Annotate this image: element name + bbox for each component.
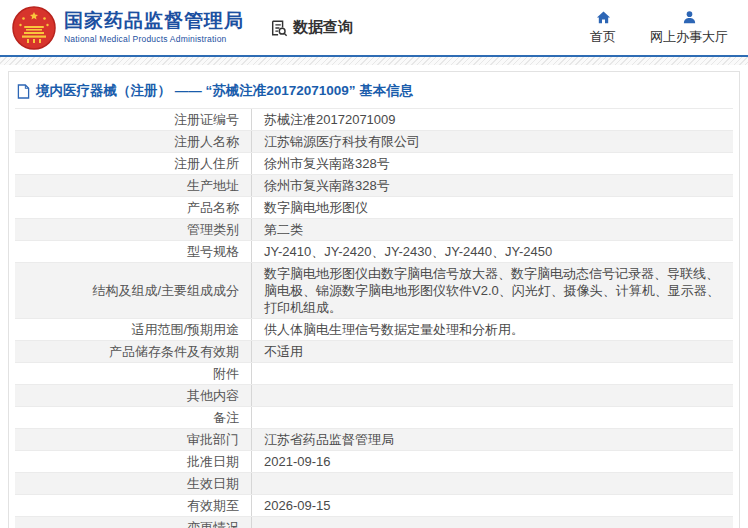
row-label-text: 生产地址 (187, 177, 239, 194)
row-label-text: 产品名称 (187, 199, 239, 216)
home-icon (596, 10, 611, 25)
table-row: 批准日期 2021-09-16 (15, 450, 733, 472)
row-label: 产品储存条件及有效期 (15, 341, 252, 362)
row-label-text: 附件 (213, 365, 239, 382)
document-search-icon (270, 19, 288, 37)
row-label: 备注 (15, 407, 252, 428)
info-table: 注册证编号 苏械注准20172071009 注册人名称 江苏锦源医疗科技有限公司… (15, 108, 733, 528)
row-label-text: 管理类别 (187, 221, 239, 238)
row-label: 注册证编号 (15, 109, 252, 130)
table-row: 生效日期 (15, 472, 733, 494)
row-label-text: 结构及组成/主要组成成分 (92, 282, 239, 299)
row-label-text: 有效期至 (187, 497, 239, 514)
table-row: 有效期至 2026-09-15 (15, 494, 733, 516)
table-row: 产品名称 数字脑电地形图仪 (15, 196, 733, 218)
row-label: 批准日期 (15, 451, 252, 472)
national-emblem-icon (12, 6, 56, 50)
row-value (252, 473, 733, 494)
row-value: 苏械注准20172071009 (252, 109, 733, 130)
content-panel: 境内医疗器械（注册） —— “苏械注准20172071009” 基本信息 注册证… (8, 71, 740, 528)
row-label: 附件 (15, 363, 252, 384)
nav-online-hall[interactable]: 网上办事大厅 (650, 10, 728, 46)
row-label-text: 变更情况 (187, 519, 239, 528)
row-label-text: 批准日期 (187, 453, 239, 470)
org-name-zh: 国家药品监督管理局 (64, 11, 244, 32)
row-label-text: 产品储存条件及有效期 (109, 343, 239, 360)
row-label-text: 生效日期 (187, 475, 239, 492)
row-value: 江苏锦源医疗科技有限公司 (252, 131, 733, 152)
row-label-text: 注册证编号 (174, 111, 239, 128)
table-row: 结构及组成/主要组成成分 数字脑电地形图仪由数字脑电信号放大器、数字脑电动态信号… (15, 262, 733, 318)
row-label: 型号规格 (15, 241, 252, 262)
row-label: 有效期至 (15, 495, 252, 516)
row-value (252, 385, 733, 406)
row-label: 结构及组成/主要组成成分 (15, 263, 252, 318)
row-value: 数字脑电地形图仪由数字脑电信号放大器、数字脑电动态信号记录器、导联线、脑电极、锦… (252, 263, 733, 318)
row-value: 徐州市复兴南路328号 (252, 153, 733, 174)
nav-home[interactable]: 首页 (590, 10, 616, 46)
table-row: 生产地址 徐州市复兴南路328号 (15, 174, 733, 196)
page-title: 境内医疗器械（注册） —— “苏械注准20172071009” 基本信息 (36, 82, 413, 100)
row-value: 供人体脑电生理信号数据定量处理和分析用。 (252, 319, 733, 340)
table-row: 适用范围/预期用途 供人体脑电生理信号数据定量处理和分析用。 (15, 318, 733, 340)
row-label: 生效日期 (15, 473, 252, 494)
table-row: 注册人名称 江苏锦源医疗科技有限公司 (15, 130, 733, 152)
row-label: 管理类别 (15, 219, 252, 240)
row-label: 审批部门 (15, 429, 252, 450)
table-row: 注册证编号 苏械注准20172071009 (15, 108, 733, 130)
table-row: 型号规格 JY-2410、JY-2420、JY-2430、JY-2440、JY-… (15, 240, 733, 262)
table-row: 管理类别 第二类 (15, 218, 733, 240)
row-label: 变更情况 (15, 517, 252, 528)
table-row: 变更情况 (15, 516, 733, 528)
row-label: 产品名称 (15, 197, 252, 218)
nav-home-label: 首页 (590, 28, 616, 46)
row-label-text: 注册人名称 (174, 133, 239, 150)
row-value: 江苏省药品监督管理局 (252, 429, 733, 450)
table-row: 注册人住所 徐州市复兴南路328号 (15, 152, 733, 174)
row-label-text: 审批部门 (187, 431, 239, 448)
page-title-bar: 境内医疗器械（注册） —— “苏械注准20172071009” 基本信息 (9, 72, 739, 108)
table-row: 产品储存条件及有效期 不适用 (15, 340, 733, 362)
org-name-en: National Medical Products Administration (64, 35, 244, 44)
table-row: 审批部门 江苏省药品监督管理局 (15, 428, 733, 450)
row-value (252, 407, 733, 428)
row-value: 徐州市复兴南路328号 (252, 175, 733, 196)
header-nav: 首页 网上办事大厅 (590, 10, 738, 46)
row-label-text: 适用范围/预期用途 (131, 321, 239, 338)
row-label: 适用范围/预期用途 (15, 319, 252, 340)
nmpa-logo[interactable]: 国家药品监督管理局 National Medical Products Admi… (12, 6, 244, 50)
row-value: 第二类 (252, 219, 733, 240)
row-value: 2021-09-16 (252, 451, 733, 472)
row-label-text: 型号规格 (187, 243, 239, 260)
table-row: 附件 (15, 362, 733, 384)
data-query-label: 数据查询 (293, 18, 353, 37)
nav-online-hall-label: 网上办事大厅 (650, 28, 728, 46)
row-value (252, 363, 733, 384)
header-stripe-band (0, 57, 748, 65)
row-label: 注册人名称 (15, 131, 252, 152)
document-icon (17, 84, 30, 99)
table-row: 备注 (15, 406, 733, 428)
row-value (252, 517, 733, 528)
row-label: 生产地址 (15, 175, 252, 196)
row-value: 不适用 (252, 341, 733, 362)
table-row: 其他内容 (15, 384, 733, 406)
row-label-text: 其他内容 (187, 387, 239, 404)
row-value: JY-2410、JY-2420、JY-2430、JY-2440、JY-2450 (252, 241, 733, 262)
row-label: 其他内容 (15, 385, 252, 406)
site-header: 国家药品监督管理局 National Medical Products Admi… (0, 0, 748, 57)
user-icon (682, 10, 697, 25)
row-value: 数字脑电地形图仪 (252, 197, 733, 218)
row-label-text: 注册人住所 (174, 155, 239, 172)
data-query-button[interactable]: 数据查询 (270, 18, 353, 37)
row-label: 注册人住所 (15, 153, 252, 174)
row-label-text: 备注 (213, 409, 239, 426)
row-value: 2026-09-15 (252, 495, 733, 516)
